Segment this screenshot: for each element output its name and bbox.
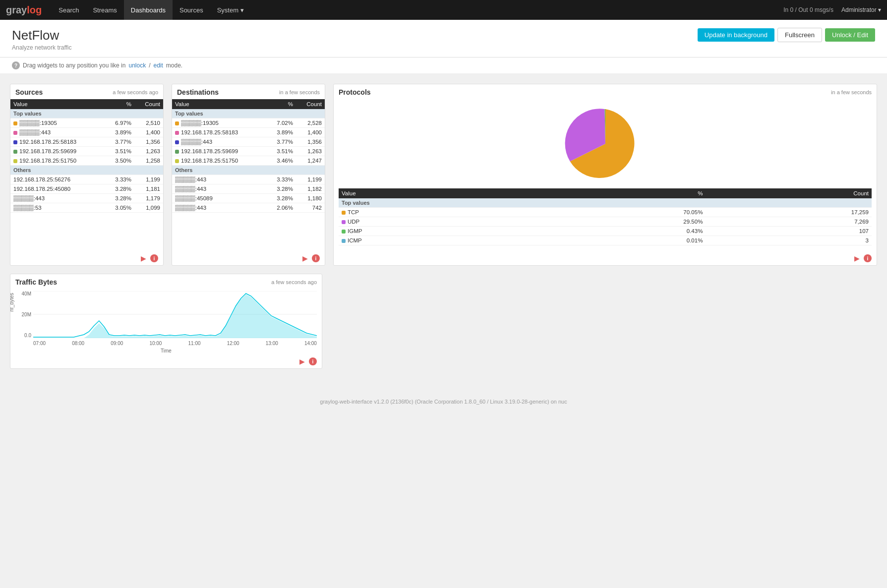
- traffic-chart-area: 40M 20M 0.0: [10, 289, 322, 368]
- y-axis-label: nf_bytes: [10, 293, 14, 312]
- destinations-widget: Destinations in a few seconds Value % Co…: [172, 84, 325, 266]
- protocols-play-icon[interactable]: ▶: [854, 254, 860, 262]
- sources-col-pct: %: [104, 99, 134, 109]
- protocols-info-btn[interactable]: i: [864, 254, 872, 262]
- sources-play-icon[interactable]: ▶: [141, 254, 146, 262]
- destinations-table-container[interactable]: Value % Count Top values ▒▒▒▒▒:19305 7.0…: [172, 99, 325, 213]
- table-row: 192.168.178.25:45080 3.28% 1,181: [10, 184, 163, 194]
- nav-right: In 0 / Out 0 msgs/s Administrator ▾: [783, 6, 881, 13]
- footer-text: graylog-web-interface v1.2.0 (2136f0c) (…: [320, 399, 567, 405]
- table-row: UDP 29.50% 7,269: [339, 217, 872, 227]
- pie-chart: [556, 104, 655, 183]
- x-tick-11: 11:00: [188, 341, 201, 346]
- protocols-widget-header: Protocols in a few seconds: [334, 84, 877, 99]
- table-row: 192.168.178.25:59699 3.51% 1,263: [172, 147, 325, 156]
- sources-widget-title: Sources: [15, 88, 43, 96]
- navbar: graylog Search Streams Dashboards Source…: [0, 0, 887, 20]
- traffic-widget-time: a few seconds ago: [271, 279, 317, 285]
- unlock-link[interactable]: unlock: [128, 62, 146, 69]
- protocols-table: Value % Count Top values TCP 70.05% 17,2…: [339, 188, 872, 245]
- traffic-widget-header: Traffic Bytes a few seconds ago: [10, 274, 322, 289]
- table-row: ▒▒▒▒▒:443 3.28% 1,182: [172, 184, 325, 194]
- protocols-widget-footer: ▶ i: [854, 254, 872, 262]
- destinations-widget-footer: ▶ i: [302, 254, 320, 262]
- page-title: NetFlow: [12, 28, 72, 43]
- table-row: 192.168.178.25:58183 3.77% 1,356: [10, 137, 163, 147]
- traffic-widget-footer: ▶ i: [299, 357, 317, 365]
- dest-col-count: Count: [296, 99, 325, 109]
- info-text: Drag widgets to any position you like in: [23, 62, 125, 69]
- table-row: ▒▒▒▒▒:443 3.33% 1,199: [172, 175, 325, 184]
- table-row: IGMP 0.43% 107: [339, 227, 872, 236]
- table-row: ICMP 0.01% 3: [339, 236, 872, 245]
- traffic-info-btn[interactable]: i: [309, 357, 317, 365]
- sources-table: Value % Count Top values ▒▒▒▒▒:19305 6.9…: [10, 99, 163, 213]
- protocols-widget-time: in a few seconds: [831, 89, 872, 95]
- destinations-table: Value % Count Top values ▒▒▒▒▒:19305 7.0…: [172, 99, 325, 213]
- widgets-row-1: Sources a few seconds ago Value % Count …: [10, 84, 877, 266]
- protocols-table-area: Value % Count Top values TCP 70.05% 17,2…: [334, 188, 877, 265]
- table-row: 192.168.178.25:59699 3.51% 1,263: [10, 147, 163, 156]
- table-row: ▒▒▒▒▒:443 3.28% 1,179: [10, 194, 163, 203]
- header-buttons: Update in background Fullscreen Unlock /…: [698, 28, 875, 42]
- nav-dashboards[interactable]: Dashboards: [124, 0, 173, 20]
- info-bar: ? Drag widgets to any position you like …: [0, 58, 887, 74]
- table-row: ▒▒▒▒▒:45089 3.28% 1,180: [172, 194, 325, 203]
- table-row: ▒▒▒▒▒:19305 7.02% 2,528: [172, 118, 325, 128]
- proto-col-value: Value: [339, 188, 527, 198]
- page-header: NetFlow Analyze network traffic Update i…: [0, 20, 887, 58]
- sources-widget-time: a few seconds ago: [113, 89, 158, 95]
- widgets-row-2: Traffic Bytes a few seconds ago 40M 20M …: [10, 274, 877, 369]
- msg-rate: In 0 / Out 0 msgs/s: [783, 6, 833, 13]
- brand-logo: graylog: [6, 4, 42, 16]
- page-title-area: NetFlow Analyze network traffic: [12, 28, 72, 51]
- svg-marker-3: [33, 294, 317, 338]
- edit-link[interactable]: edit: [153, 62, 163, 69]
- protocols-widget: Protocols in a few seconds: [333, 84, 877, 266]
- y-tick-40m: 40M: [15, 291, 31, 296]
- sources-col-value: Value: [10, 99, 104, 109]
- traffic-chart-svg-container: 07:00 08:00 09:00 10:00 11:00 12:00 13:0…: [33, 291, 317, 346]
- table-row: 192.168.178.25:51750 3.50% 1,258: [10, 156, 163, 166]
- table-row: ▒▒▒▒▒:19305 6.97% 2,510: [10, 118, 163, 128]
- traffic-chart-svg: [33, 291, 317, 338]
- nav-sources[interactable]: Sources: [173, 0, 210, 20]
- sources-col-count: Count: [134, 99, 163, 109]
- dest-col-pct: %: [266, 99, 296, 109]
- dashboard-content: Sources a few seconds ago Value % Count …: [0, 74, 887, 379]
- proto-col-count: Count: [706, 188, 872, 198]
- traffic-play-icon[interactable]: ▶: [299, 357, 305, 365]
- destinations-info-btn[interactable]: i: [312, 254, 320, 262]
- nav-system[interactable]: System ▾: [210, 0, 251, 20]
- traffic-widget-title: Traffic Bytes: [15, 278, 57, 286]
- pie-chart-container: [334, 99, 877, 188]
- sources-info-btn[interactable]: i: [150, 254, 158, 262]
- sources-widget-footer: ▶ i: [141, 254, 158, 262]
- x-tick-12: 12:00: [227, 341, 239, 346]
- page-subtitle: Analyze network traffic: [12, 44, 72, 51]
- table-row: ▒▒▒▒▒:443 2.06% 742: [172, 203, 325, 213]
- x-tick-10: 10:00: [149, 341, 162, 346]
- nav-search[interactable]: Search: [52, 0, 86, 20]
- x-tick-13: 13:00: [266, 341, 278, 346]
- destinations-play-icon[interactable]: ▶: [302, 254, 308, 262]
- page-footer: graylog-web-interface v1.2.0 (2136f0c) (…: [0, 389, 887, 414]
- admin-menu[interactable]: Administrator ▾: [841, 6, 881, 13]
- x-tick-14: 14:00: [304, 341, 317, 346]
- x-tick-9: 09:00: [111, 341, 123, 346]
- proto-col-pct: %: [527, 188, 706, 198]
- y-tick-20m: 20M: [15, 312, 31, 317]
- unlock-edit-button[interactable]: Unlock / Edit: [825, 28, 875, 42]
- table-row: TCP 70.05% 17,259: [339, 208, 872, 217]
- protocols-widget-title: Protocols: [339, 88, 371, 96]
- x-tick-7: 07:00: [33, 341, 46, 346]
- table-row: 192.168.178.25:58183 3.89% 1,400: [172, 128, 325, 137]
- sources-widget-header: Sources a few seconds ago: [10, 84, 163, 99]
- fullscreen-button[interactable]: Fullscreen: [777, 28, 822, 42]
- destinations-widget-time: in a few seconds: [279, 89, 320, 95]
- sources-table-container[interactable]: Value % Count Top values ▒▒▒▒▒:19305 6.9…: [10, 99, 163, 213]
- table-row: ▒▒▒▒▒:443 3.89% 1,400: [10, 128, 163, 137]
- update-background-button[interactable]: Update in background: [698, 28, 774, 42]
- nav-streams[interactable]: Streams: [86, 0, 123, 20]
- destinations-widget-title: Destinations: [177, 88, 219, 96]
